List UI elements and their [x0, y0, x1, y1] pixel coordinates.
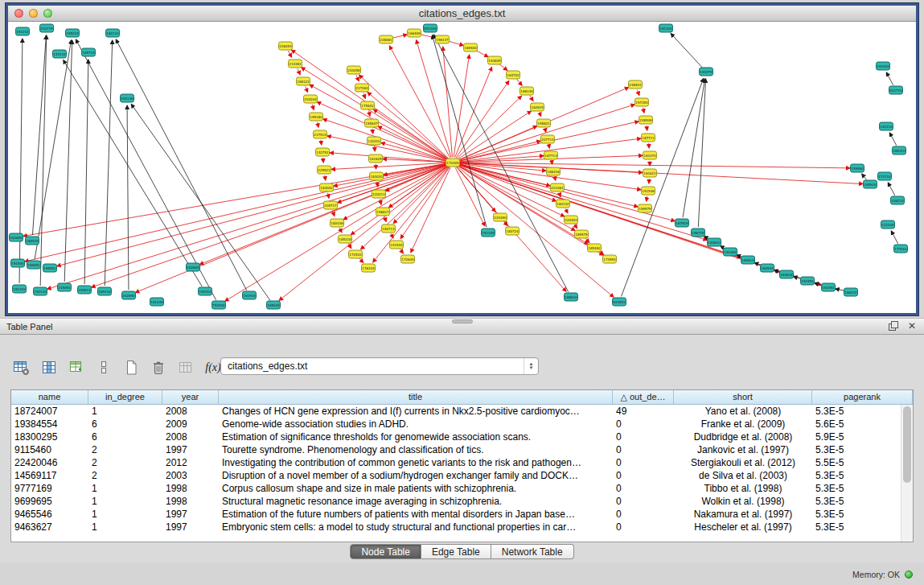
- network-node[interactable]: 207714: [541, 135, 555, 143]
- network-node[interactable]: 181304: [659, 24, 673, 32]
- column-header-name[interactable]: name: [11, 390, 88, 404]
- network-node[interactable]: 159580: [851, 164, 864, 172]
- float-panel-icon[interactable]: [887, 320, 898, 332]
- network-node[interactable]: 191044: [877, 62, 890, 70]
- network-node[interactable]: 166409: [408, 29, 421, 37]
- network-node[interactable]: 226053: [279, 42, 293, 50]
- network-window-titlebar[interactable]: citations_edges.txt: [8, 6, 916, 22]
- network-node[interactable]: 214381: [289, 60, 302, 68]
- network-node[interactable]: 181249: [150, 298, 164, 306]
- column-header-year[interactable]: year: [162, 390, 219, 404]
- network-node[interactable]: 184618: [780, 270, 794, 278]
- network-node[interactable]: 151345: [482, 229, 495, 237]
- table-selector-combo[interactable]: citations_edges.txt ▲▼: [220, 357, 539, 375]
- table-row[interactable]: 1830029562008Estimation of significance …: [11, 431, 901, 443]
- network-node[interactable]: 184610: [708, 238, 721, 246]
- network-node[interactable]: 186149: [520, 87, 534, 95]
- table-row[interactable]: 977716911998Corpus callosum shape and si…: [11, 482, 901, 495]
- network-node[interactable]: 188529: [26, 237, 39, 245]
- network-node[interactable]: 220490: [494, 213, 507, 221]
- network-node[interactable]: 851304: [424, 24, 437, 32]
- network-node[interactable]: 188010: [565, 293, 578, 301]
- tab-node-table[interactable]: Node Table: [350, 544, 421, 559]
- network-node[interactable]: 220213: [372, 190, 386, 198]
- network-node[interactable]: 187711: [642, 134, 655, 142]
- network-node[interactable]: 122105: [881, 220, 895, 229]
- network-node[interactable]: 172710: [878, 172, 892, 180]
- network-node[interactable]: 167919: [676, 219, 689, 227]
- network-node[interactable]: 165044: [267, 301, 281, 309]
- row-height-icon[interactable]: [93, 357, 114, 378]
- network-node[interactable]: 185492: [588, 244, 602, 252]
- column-header-pagerank[interactable]: pagerank: [812, 390, 913, 404]
- column-visibility-icon[interactable]: [39, 357, 60, 378]
- network-node[interactable]: 197354: [635, 98, 649, 106]
- network-node[interactable]: 202695: [10, 233, 23, 241]
- network-node[interactable]: 191540: [11, 259, 25, 267]
- network-node[interactable]: 181210: [16, 27, 30, 35]
- table-settings-icon[interactable]: [11, 357, 32, 378]
- network-node[interactable]: 248508: [639, 116, 653, 124]
- zoom-window-button[interactable]: [43, 9, 52, 18]
- network-node[interactable]: 167713: [544, 151, 558, 159]
- network-node[interactable]: 194479: [700, 68, 713, 76]
- network-node[interactable]: 189110: [98, 287, 112, 295]
- network-node[interactable]: 217514: [314, 130, 327, 138]
- network-node[interactable]: 752540: [212, 301, 226, 309]
- network-node[interactable]: 225521: [318, 166, 331, 174]
- network-node[interactable]: 202690: [122, 291, 136, 299]
- network-node[interactable]: 180336: [331, 219, 344, 227]
- network-node[interactable]: 205136: [121, 94, 134, 102]
- network-node[interactable]: 143110: [53, 50, 67, 58]
- network-node[interactable]: 195851: [43, 264, 57, 272]
- network-node[interactable]: 161612: [643, 169, 657, 177]
- network-node[interactable]: 169400: [464, 43, 478, 51]
- network-node[interactable]: 191546: [642, 187, 655, 195]
- import-table-icon[interactable]: [175, 357, 196, 378]
- network-node[interactable]: 191544: [390, 241, 404, 249]
- network-node[interactable]: 172405: [446, 159, 460, 167]
- network-node[interactable]: 160544: [761, 264, 774, 272]
- network-node[interactable]: 195180: [310, 113, 323, 121]
- network-node[interactable]: 185310: [893, 146, 906, 154]
- network-node[interactable]: 161625: [369, 154, 383, 163]
- network-node[interactable]: 164702: [507, 71, 520, 79]
- network-node[interactable]: 196739: [692, 229, 705, 237]
- network-node[interactable]: 183002: [320, 183, 334, 192]
- network-node[interactable]: 142751: [316, 148, 330, 156]
- network-node[interactable]: 924501: [613, 298, 626, 306]
- network-node[interactable]: 185218: [339, 235, 352, 243]
- network-node[interactable]: 142110: [880, 122, 893, 130]
- network-node[interactable]: 161910: [243, 291, 257, 299]
- column-header-title[interactable]: title: [219, 390, 613, 404]
- network-node[interactable]: 205717: [324, 201, 338, 209]
- splitter-grip[interactable]: [452, 319, 473, 323]
- network-node[interactable]: 202179: [40, 24, 54, 32]
- table-edit-icon[interactable]: [66, 357, 87, 378]
- column-header-out_degree[interactable]: △ out_de…: [613, 390, 674, 404]
- network-node[interactable]: 248501: [629, 80, 643, 89]
- network-node[interactable]: 180724: [506, 227, 519, 235]
- network-node[interactable]: 174954: [603, 255, 617, 263]
- column-header-short[interactable]: short: [674, 390, 812, 404]
- network-node[interactable]: 190310: [199, 287, 212, 295]
- network-node[interactable]: 160142: [556, 200, 570, 208]
- combo-stepper-icon[interactable]: ▲▼: [524, 358, 538, 374]
- network-node[interactable]: 189579: [639, 204, 652, 212]
- network-node[interactable]: 228061: [380, 35, 393, 43]
- network-node[interactable]: 177010: [894, 245, 908, 253]
- table-row[interactable]: 911546021997Tourette syndrome. Phenomeno…: [11, 443, 901, 456]
- network-node[interactable]: 220493: [565, 216, 578, 224]
- network-node[interactable]: 204204: [304, 95, 318, 103]
- new-table-icon[interactable]: [121, 357, 142, 378]
- scrollbar-thumb[interactable]: [903, 406, 911, 483]
- network-node[interactable]: 192110: [34, 287, 47, 295]
- network-node[interactable]: 195223: [66, 29, 80, 37]
- network-node[interactable]: 215051: [58, 283, 72, 291]
- network-node[interactable]: 181310: [13, 285, 27, 293]
- table-row[interactable]: 1456911722003Disruption of a novel membe…: [11, 469, 901, 482]
- network-node[interactable]: 185647: [365, 119, 379, 127]
- network-node[interactable]: 184613: [741, 256, 755, 264]
- network-graph[interactable]: 1724052260532143811861222042041951802175…: [8, 22, 916, 313]
- close-panel-icon[interactable]: ✕: [906, 320, 918, 332]
